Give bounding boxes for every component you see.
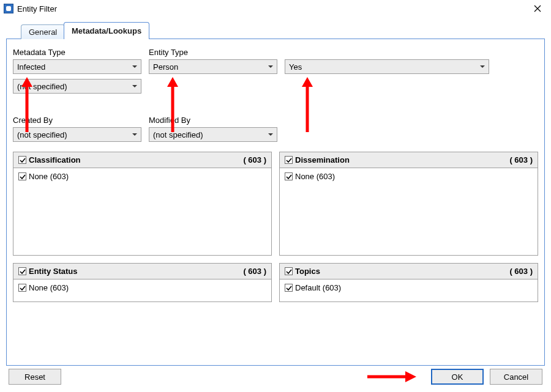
tab-strip: General Metadata/Lookups: [6, 22, 545, 39]
chevron-down-icon: [480, 65, 485, 68]
button-label: Cancel: [504, 372, 528, 382]
tab-general[interactable]: General: [21, 24, 65, 39]
chevron-down-icon: [268, 133, 273, 136]
ok-button[interactable]: OK: [431, 369, 484, 385]
tab-label: General: [29, 28, 57, 37]
window-title: Entity Filter: [17, 4, 57, 13]
check-icon: [20, 285, 26, 291]
group-count: ( 603 ): [243, 155, 266, 165]
entity-status-item[interactable]: None (603): [18, 283, 69, 292]
topics-group: Topics ( 603 ) Default (603): [279, 263, 538, 302]
group-count: ( 603 ): [243, 267, 266, 276]
reset-button[interactable]: Reset: [9, 369, 61, 385]
dissemination-group: Dissemination ( 603 ) None (603): [279, 152, 538, 256]
tab-label: Metadata/Lookups: [72, 26, 141, 35]
chevron-down-icon: [132, 85, 137, 87]
entity-type-label: Entity Type: [149, 48, 277, 57]
modified-by-label: Modified By: [149, 116, 277, 125]
button-label: Reset: [24, 372, 45, 382]
chevron-down-icon: [132, 65, 137, 68]
item-label: None (603): [29, 283, 69, 292]
classification-item[interactable]: None (603): [18, 172, 69, 181]
window-close-button[interactable]: [527, 1, 549, 16]
topics-header-checkbox[interactable]: [285, 267, 293, 275]
combo-value: (not specified): [17, 82, 67, 91]
combo-value: (not specified): [17, 130, 67, 139]
tab-metadata-lookups[interactable]: Metadata/Lookups: [64, 22, 149, 39]
created-by-combo[interactable]: (not specified): [13, 127, 141, 142]
item-label: None (603): [29, 172, 69, 181]
classification-group: Classification ( 603 ) None (603): [13, 152, 272, 256]
button-label: OK: [452, 372, 463, 382]
entity-status-group: Entity Status ( 603 ) None (603): [13, 263, 272, 302]
combo-value: (not specified): [153, 130, 203, 139]
check-icon: [286, 285, 292, 291]
dialog-footer: Reset OK Cancel: [0, 369, 551, 385]
check-icon: [20, 268, 26, 275]
close-icon: [534, 5, 541, 12]
metadata-type-label: Metadata Type: [13, 48, 141, 57]
entity-status-header-checkbox[interactable]: [18, 267, 26, 275]
check-icon: [20, 157, 26, 163]
check-icon: [286, 157, 292, 163]
combo-value: Infected: [17, 62, 45, 72]
topics-item[interactable]: Default (603): [285, 283, 341, 292]
check-icon: [20, 174, 26, 180]
value-label: [285, 48, 489, 57]
group-count: ( 603 ): [509, 267, 533, 276]
dissemination-header-checkbox[interactable]: [285, 156, 293, 164]
metadata-panel: Metadata Type Infected Entity Type Perso…: [6, 39, 545, 366]
modified-by-combo[interactable]: (not specified): [149, 127, 277, 142]
entity-type-combo[interactable]: Person: [149, 59, 277, 74]
item-label: None (603): [295, 172, 335, 181]
created-by-label: Created By: [13, 116, 141, 125]
dissemination-item[interactable]: None (603): [285, 172, 335, 181]
chevron-down-icon: [268, 65, 273, 68]
metadata-type-combo[interactable]: Infected: [13, 59, 141, 74]
group-title: Topics: [295, 267, 320, 276]
group-title: Classification: [29, 155, 81, 165]
combo-value: Yes: [289, 62, 302, 72]
check-icon: [286, 174, 292, 180]
metadata-subtype-combo[interactable]: (not specified): [13, 79, 141, 94]
check-icon: [286, 268, 292, 275]
group-title: Dissemination: [295, 155, 350, 165]
metadata-value-combo[interactable]: Yes: [285, 59, 489, 74]
cancel-button[interactable]: Cancel: [490, 369, 542, 385]
combo-value: Person: [153, 62, 178, 72]
item-label: Default (603): [295, 283, 341, 292]
group-count: ( 603 ): [509, 155, 533, 165]
app-icon: [4, 4, 13, 13]
title-bar: Entity Filter: [0, 0, 551, 17]
classification-header-checkbox[interactable]: [18, 156, 26, 164]
group-title: Entity Status: [29, 267, 77, 276]
chevron-down-icon: [132, 133, 137, 136]
